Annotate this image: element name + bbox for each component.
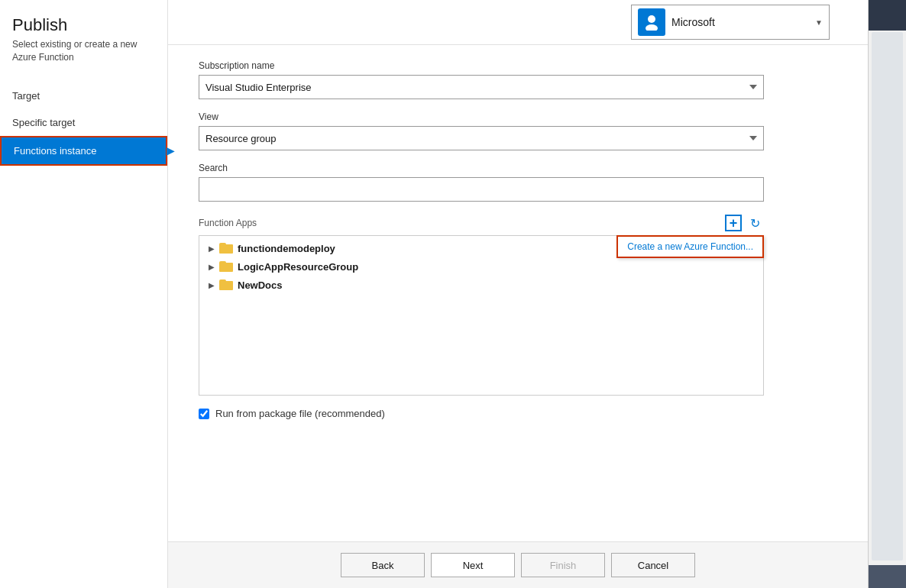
bottom-bar: Back Next Finish Cancel (168, 541, 868, 588)
cancel-button[interactable]: Cancel (611, 553, 695, 577)
function-apps-label: Function Apps (199, 218, 257, 228)
refresh-button[interactable]: ↻ (746, 214, 764, 232)
create-function-tooltip: Create a new Azure Function... (616, 235, 764, 258)
sidebar-item-specific-target[interactable]: Specific target (0, 109, 167, 136)
add-icon: + (725, 215, 742, 231)
tree-item-label: NewDocs (238, 279, 283, 291)
expand-icon: ▶ (205, 260, 218, 273)
folder-icon (219, 243, 233, 254)
account-name: Microsoft (671, 16, 815, 28)
tree-item-logicappresourcegroup[interactable]: ▶ LogicAppResourceGroup (199, 257, 763, 276)
finish-button[interactable]: Finish (521, 553, 605, 577)
search-input[interactable] (199, 177, 764, 202)
subscription-group: Subscription name Visual Studio Enterpri… (199, 60, 837, 99)
refresh-icon: ↻ (750, 216, 760, 231)
scroll-area (868, 0, 906, 588)
search-label: Search (199, 163, 837, 173)
folder-icon (219, 279, 233, 290)
right-panel: Microsoft ▼ Subscription name Visual Stu… (168, 0, 868, 588)
top-bar: Microsoft ▼ (168, 0, 868, 45)
svg-point-0 (648, 15, 655, 23)
run-from-package-label: Run from package file (recommended) (215, 408, 385, 419)
checkbox-area: Run from package file (recommended) (199, 408, 837, 419)
account-selector[interactable]: Microsoft ▼ (631, 5, 830, 40)
function-apps-header: Function Apps + ↻ Create a new Azure Fun… (199, 214, 764, 232)
page-subtitle: Select existing or create a new Azure Fu… (12, 38, 155, 64)
search-group: Search (199, 163, 837, 202)
dark-bar (869, 0, 906, 31)
add-function-button[interactable]: + (724, 214, 743, 232)
view-select[interactable]: Resource group (199, 126, 764, 150)
svg-point-1 (646, 24, 658, 31)
sidebar-item-target[interactable]: Target (0, 82, 167, 109)
subscription-label: Subscription name (199, 60, 837, 71)
tree-item-newdocs[interactable]: ▶ NewDocs (199, 276, 763, 294)
expand-icon: ▶ (205, 279, 218, 291)
sidebar-item-functions-instance[interactable]: Functions instance (0, 136, 167, 166)
back-button[interactable]: Back (341, 553, 425, 577)
run-from-package-checkbox[interactable] (199, 409, 209, 419)
expand-icon: ▶ (205, 242, 218, 254)
sidebar: Publish Select existing or create a new … (0, 0, 168, 588)
subscription-select[interactable]: Visual Studio Enterprise (199, 75, 764, 99)
scroll-track[interactable] (872, 32, 903, 561)
sidebar-header: Publish Select existing or create a new … (0, 8, 167, 67)
content-area: Subscription name Visual Studio Enterpri… (168, 45, 868, 541)
chevron-down-icon: ▼ (815, 18, 823, 27)
view-group: View Resource group (199, 111, 837, 150)
tree-item-label: LogicAppResourceGroup (238, 261, 358, 273)
page-title: Publish (12, 15, 155, 35)
view-label: View (199, 111, 837, 122)
next-button[interactable]: Next (431, 553, 515, 577)
mid-bar (869, 565, 906, 588)
folder-icon (219, 261, 233, 272)
person-icon (643, 14, 660, 31)
function-apps-tree: ▶ functiondemodeploy ▶ LogicAppResourceG… (199, 235, 764, 396)
function-apps-actions: + ↻ Create a new Azure Function... (724, 214, 764, 232)
function-apps-section: Function Apps + ↻ Create a new Azure Fun… (199, 214, 837, 396)
tree-item-label: functiondemodeploy (238, 243, 335, 254)
sidebar-nav: Target Specific target Functions instanc… (0, 82, 167, 166)
account-icon (638, 8, 665, 36)
